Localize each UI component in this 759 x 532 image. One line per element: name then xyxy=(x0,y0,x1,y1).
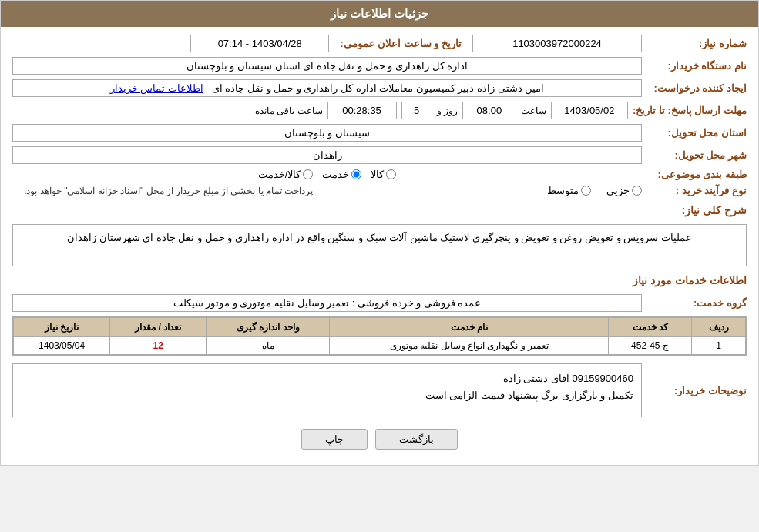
category-label: طبقه بندی موضوعی: xyxy=(646,169,747,180)
cell-qty: 12 xyxy=(110,337,207,355)
col-qty: تعداد / مقدار xyxy=(110,318,207,337)
buyer-desc-label: توضیحات خریدار: xyxy=(646,385,747,396)
cell-name: تعمیر و نگهداری انواع وسایل نقلیه موتوری xyxy=(330,337,609,355)
back-button[interactable]: بازگشت xyxy=(375,429,458,450)
cell-row: 1 xyxy=(692,337,746,355)
cell-date: 1403/05/04 xyxy=(14,337,110,355)
col-name: نام خدمت xyxy=(330,318,609,337)
date-value: 1403/04/28 - 07:14 xyxy=(190,35,329,52)
province-label: استان محل تحویل: xyxy=(646,127,747,139)
page-header: جزئیات اطلاعات نیاز xyxy=(1,1,758,27)
col-code: کد خدمت xyxy=(609,318,692,337)
cell-unit: ماه xyxy=(207,337,330,355)
creator-contact-link[interactable]: اطلاعات تماس خریدار xyxy=(110,82,203,94)
deadline-time: 08:00 xyxy=(462,102,516,119)
category-options: کالا خدمت کالا/خدمت xyxy=(12,169,642,180)
buyer-value: اداره کل راهداری و حمل و نقل جاده ای است… xyxy=(12,57,642,75)
creator-value: امین دشتی زاده دبیر کمیسیون معاملات ادار… xyxy=(12,79,642,97)
category-option-both[interactable]: کالا/خدمت xyxy=(258,169,314,180)
deadline-label: مهلت ارسال پاسخ: تا تاریخ: xyxy=(633,105,747,116)
col-date: تاریخ نیاز xyxy=(14,318,110,337)
deadline-date: 1403/05/02 xyxy=(551,102,628,119)
creator-label: ایجاد کننده درخواست: xyxy=(646,82,747,94)
deadline-remaining: 00:28:35 xyxy=(327,102,397,119)
description-value: عملیات سرویس و تعویض روغن و تعویض و پنچر… xyxy=(12,224,747,266)
buyer-desc-box: 09159900460 آقای دشتی زاده تکمیل و بارگز… xyxy=(12,363,642,417)
need-number-label: شماره نیاز: xyxy=(646,38,747,49)
city-value: زاهدان xyxy=(12,146,642,164)
date-label: تاریخ و ساعت اعلان عمومی: xyxy=(334,38,468,49)
buyer-desc-line2: تکمیل و بارگزاری برگ پیشنهاد قیمت الزامی… xyxy=(21,387,633,404)
deadline-time-label: ساعت xyxy=(521,105,546,116)
purchase-option-medium[interactable]: متوسط xyxy=(547,185,591,196)
purchase-label: نوع فرآیند خرید : xyxy=(646,185,747,196)
service-group-value: عمده فروشی و خرده فروشی : تعمیر وسایل نق… xyxy=(12,294,642,312)
city-label: شهر محل تحویل: xyxy=(646,149,747,161)
col-row: ردیف xyxy=(692,318,746,337)
services-table: ردیف کد خدمت نام خدمت واحد اندازه گیری ت… xyxy=(12,316,747,356)
buyer-desc-line1: 09159900460 آقای دشتی زاده xyxy=(21,370,633,387)
buyer-label: نام دستگاه خریدار: xyxy=(646,60,747,72)
province-value: سیستان و بلوچستان xyxy=(12,124,642,142)
services-section-title: اطلاعات خدمات مورد نیاز xyxy=(12,274,747,289)
purchase-options: جزیی متوسط xyxy=(330,185,643,196)
cell-code: ج-45-452 xyxy=(609,337,692,355)
deadline-day-label: روز و xyxy=(437,105,458,116)
need-number-value: 1103003972000224 xyxy=(472,35,642,52)
purchase-option-partial[interactable]: جزیی xyxy=(606,185,642,196)
print-button[interactable]: چاپ xyxy=(301,429,368,450)
table-row: 1 ج-45-452 تعمیر و نگهداری انواع وسایل ن… xyxy=(14,337,746,355)
page-title: جزئیات اطلاعات نیاز xyxy=(331,7,428,20)
deadline-days: 5 xyxy=(401,102,432,119)
col-unit: واحد اندازه گیری xyxy=(207,318,330,337)
purchase-note: پرداخت تمام یا بخشی از مبلغ خریدار از مح… xyxy=(12,186,325,196)
category-option-service[interactable]: خدمت xyxy=(322,169,361,180)
category-option-goods[interactable]: کالا xyxy=(371,169,396,180)
service-group-label: گروه خدمت: xyxy=(646,297,747,309)
button-bar: بازگشت چاپ xyxy=(12,429,747,450)
deadline-remaining-label: ساعت باقی مانده xyxy=(255,105,323,116)
description-section-title: شرح کلی نیاز: xyxy=(12,204,747,219)
